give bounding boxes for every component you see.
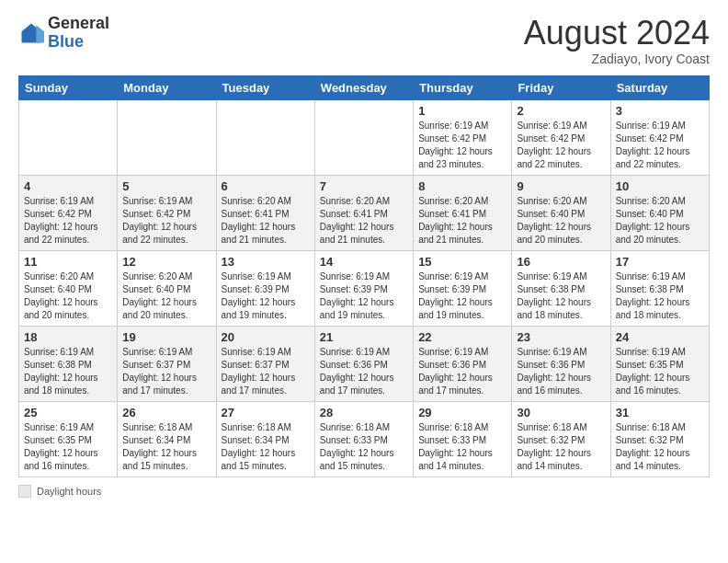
day-info: Sunrise: 6:20 AM Sunset: 6:40 PM Dayligh… <box>122 270 210 322</box>
table-row: 1Sunrise: 6:19 AM Sunset: 6:42 PM Daylig… <box>414 99 512 175</box>
table-row: 4Sunrise: 6:19 AM Sunset: 6:42 PM Daylig… <box>19 175 118 250</box>
table-row: 9Sunrise: 6:20 AM Sunset: 6:40 PM Daylig… <box>512 175 610 250</box>
day-info: Sunrise: 6:19 AM Sunset: 6:36 PM Dayligh… <box>418 346 506 397</box>
day-number: 11 <box>24 255 112 269</box>
footer-note: Daylight hours <box>18 485 710 498</box>
day-number: 30 <box>517 406 605 419</box>
day-info: Sunrise: 6:18 AM Sunset: 6:32 PM Dayligh… <box>616 421 704 473</box>
day-info: Sunrise: 6:20 AM Sunset: 6:40 PM Dayligh… <box>24 270 112 322</box>
day-number: 25 <box>24 406 112 419</box>
table-row: 12Sunrise: 6:20 AM Sunset: 6:40 PM Dayli… <box>118 250 216 326</box>
day-number: 18 <box>24 330 112 344</box>
table-row: 6Sunrise: 6:20 AM Sunset: 6:41 PM Daylig… <box>216 175 314 250</box>
day-info: Sunrise: 6:19 AM Sunset: 6:38 PM Dayligh… <box>24 346 112 397</box>
day-info: Sunrise: 6:19 AM Sunset: 6:36 PM Dayligh… <box>517 346 605 397</box>
table-row: 26Sunrise: 6:18 AM Sunset: 6:34 PM Dayli… <box>118 401 216 477</box>
day-number: 24 <box>616 330 704 344</box>
day-number: 15 <box>418 255 506 269</box>
table-row: 13Sunrise: 6:19 AM Sunset: 6:39 PM Dayli… <box>216 250 314 326</box>
table-row: 23Sunrise: 6:19 AM Sunset: 6:36 PM Dayli… <box>512 326 610 401</box>
day-number: 4 <box>24 179 112 193</box>
day-number: 12 <box>122 255 210 269</box>
table-row: 31Sunrise: 6:18 AM Sunset: 6:32 PM Dayli… <box>610 401 709 477</box>
table-row: 10Sunrise: 6:20 AM Sunset: 6:40 PM Dayli… <box>610 175 709 250</box>
table-row: 27Sunrise: 6:18 AM Sunset: 6:34 PM Dayli… <box>216 401 314 477</box>
month-year: August 2024 <box>524 15 710 52</box>
day-number: 6 <box>222 179 310 193</box>
table-row: 15Sunrise: 6:19 AM Sunset: 6:39 PM Dayli… <box>414 250 512 326</box>
day-number: 8 <box>418 179 506 193</box>
calendar-week-row: 18Sunrise: 6:19 AM Sunset: 6:38 PM Dayli… <box>19 326 710 401</box>
table-row: 11Sunrise: 6:20 AM Sunset: 6:40 PM Dayli… <box>19 250 118 326</box>
location: Zadiayo, Ivory Coast <box>524 52 710 66</box>
day-info: Sunrise: 6:19 AM Sunset: 6:39 PM Dayligh… <box>222 270 310 322</box>
table-row: 25Sunrise: 6:19 AM Sunset: 6:35 PM Dayli… <box>19 401 118 477</box>
day-number: 26 <box>122 406 210 419</box>
footer-label: Daylight hours <box>37 486 101 497</box>
logo-text: General Blue <box>48 15 109 52</box>
day-number: 2 <box>517 104 605 118</box>
day-info: Sunrise: 6:19 AM Sunset: 6:42 PM Dayligh… <box>418 120 506 171</box>
day-info: Sunrise: 6:19 AM Sunset: 6:37 PM Dayligh… <box>222 346 310 397</box>
daylight-box <box>18 485 31 498</box>
day-number: 17 <box>616 255 704 269</box>
title-block: August 2024 Zadiayo, Ivory Coast <box>524 15 710 66</box>
calendar-week-row: 25Sunrise: 6:19 AM Sunset: 6:35 PM Dayli… <box>19 401 710 477</box>
table-row: 8Sunrise: 6:20 AM Sunset: 6:41 PM Daylig… <box>414 175 512 250</box>
table-row: 5Sunrise: 6:19 AM Sunset: 6:42 PM Daylig… <box>118 175 216 250</box>
day-info: Sunrise: 6:19 AM Sunset: 6:42 PM Dayligh… <box>517 120 605 171</box>
svg-marker-1 <box>36 25 44 42</box>
logo-icon <box>18 20 44 46</box>
day-info: Sunrise: 6:20 AM Sunset: 6:41 PM Dayligh… <box>418 195 506 247</box>
day-info: Sunrise: 6:18 AM Sunset: 6:33 PM Dayligh… <box>320 421 408 473</box>
day-number: 22 <box>418 330 506 344</box>
calendar-table: Sunday Monday Tuesday Wednesday Thursday… <box>18 75 710 477</box>
table-row: 17Sunrise: 6:19 AM Sunset: 6:38 PM Dayli… <box>610 250 709 326</box>
table-row: 30Sunrise: 6:18 AM Sunset: 6:32 PM Dayli… <box>512 401 610 477</box>
table-row: 24Sunrise: 6:19 AM Sunset: 6:35 PM Dayli… <box>610 326 709 401</box>
day-info: Sunrise: 6:19 AM Sunset: 6:42 PM Dayligh… <box>122 195 210 247</box>
day-number: 13 <box>222 255 310 269</box>
table-row <box>118 99 216 175</box>
day-number: 19 <box>122 330 210 344</box>
day-info: Sunrise: 6:20 AM Sunset: 6:40 PM Dayligh… <box>517 195 605 247</box>
table-row: 22Sunrise: 6:19 AM Sunset: 6:36 PM Dayli… <box>414 326 512 401</box>
table-row: 14Sunrise: 6:19 AM Sunset: 6:39 PM Dayli… <box>314 250 413 326</box>
col-sunday: Sunday <box>19 75 118 99</box>
day-info: Sunrise: 6:19 AM Sunset: 6:39 PM Dayligh… <box>418 270 506 322</box>
day-info: Sunrise: 6:19 AM Sunset: 6:39 PM Dayligh… <box>320 270 408 322</box>
table-row: 2Sunrise: 6:19 AM Sunset: 6:42 PM Daylig… <box>512 99 610 175</box>
day-number: 9 <box>517 179 605 193</box>
table-row: 20Sunrise: 6:19 AM Sunset: 6:37 PM Dayli… <box>216 326 314 401</box>
day-number: 3 <box>616 104 704 118</box>
day-info: Sunrise: 6:19 AM Sunset: 6:42 PM Dayligh… <box>24 195 112 247</box>
day-number: 10 <box>616 179 704 193</box>
col-tuesday: Tuesday <box>216 75 314 99</box>
calendar-week-row: 4Sunrise: 6:19 AM Sunset: 6:42 PM Daylig… <box>19 175 710 250</box>
day-number: 7 <box>320 179 408 193</box>
table-row: 29Sunrise: 6:18 AM Sunset: 6:33 PM Dayli… <box>414 401 512 477</box>
table-row: 7Sunrise: 6:20 AM Sunset: 6:41 PM Daylig… <box>314 175 413 250</box>
table-row: 3Sunrise: 6:19 AM Sunset: 6:42 PM Daylig… <box>610 99 709 175</box>
table-row: 21Sunrise: 6:19 AM Sunset: 6:36 PM Dayli… <box>314 326 413 401</box>
col-monday: Monday <box>118 75 216 99</box>
day-info: Sunrise: 6:18 AM Sunset: 6:33 PM Dayligh… <box>418 421 506 473</box>
col-friday: Friday <box>512 75 610 99</box>
day-number: 21 <box>320 330 408 344</box>
page: General Blue August 2024 Zadiayo, Ivory … <box>0 0 728 563</box>
day-number: 14 <box>320 255 408 269</box>
table-row <box>216 99 314 175</box>
day-info: Sunrise: 6:20 AM Sunset: 6:41 PM Dayligh… <box>222 195 310 247</box>
logo: General Blue <box>18 15 109 52</box>
day-number: 16 <box>517 255 605 269</box>
day-info: Sunrise: 6:19 AM Sunset: 6:35 PM Dayligh… <box>24 421 112 473</box>
calendar-week-row: 1Sunrise: 6:19 AM Sunset: 6:42 PM Daylig… <box>19 99 710 175</box>
day-number: 23 <box>517 330 605 344</box>
day-info: Sunrise: 6:18 AM Sunset: 6:34 PM Dayligh… <box>122 421 210 473</box>
table-row: 16Sunrise: 6:19 AM Sunset: 6:38 PM Dayli… <box>512 250 610 326</box>
logo-blue-text: Blue <box>48 33 109 52</box>
table-row <box>314 99 413 175</box>
day-info: Sunrise: 6:19 AM Sunset: 6:42 PM Dayligh… <box>616 120 704 171</box>
day-info: Sunrise: 6:19 AM Sunset: 6:37 PM Dayligh… <box>122 346 210 397</box>
calendar-week-row: 11Sunrise: 6:20 AM Sunset: 6:40 PM Dayli… <box>19 250 710 326</box>
